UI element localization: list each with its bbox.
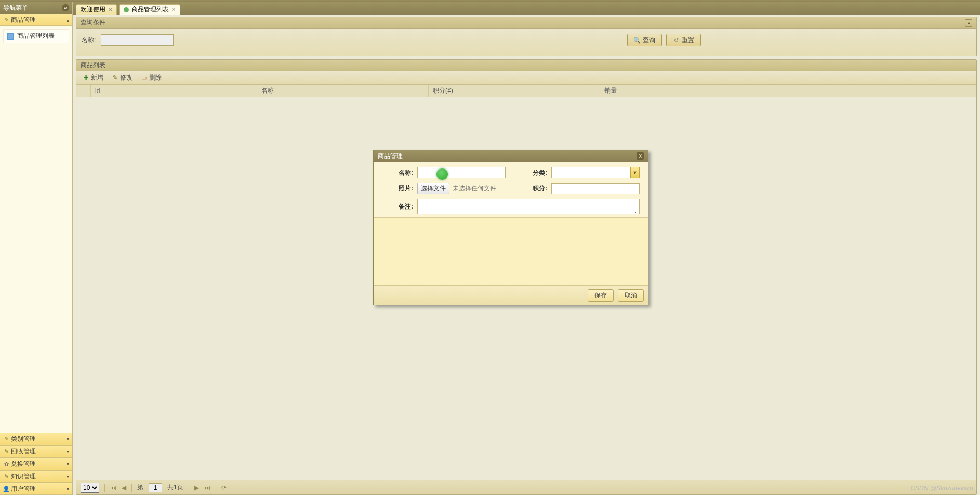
file-hint: 未选择任何文件 [453,184,496,193]
main-area: 欢迎使用 ✕ 商品管理列表 ✕ 查询条件 ▴ 名称: [73,2,980,495]
sidebar-section-label: 知识管理 [11,473,36,480]
sidebar-section-label: 商品管理 [11,16,36,23]
tab-product-list[interactable]: 商品管理列表 ✕ [119,4,180,15]
modal-save-label: 保存 [594,291,607,300]
chevron-down-icon: ▾ [67,486,69,492]
sidebar: 导航菜单 « ✎ 商品管理 ▴ 商品管理列表 ✎ [0,2,73,495]
modal-cancel-button[interactable]: 取消 [618,289,644,302]
sidebar-section-recycle[interactable]: ✎ 回收管理 ▾ [0,445,72,458]
tab-label: 欢迎使用 [81,5,105,14]
modal-category-combo[interactable]: ▼ [551,167,640,178]
tab-close-icon[interactable]: ✕ [108,7,112,12]
file-choose-button[interactable]: 选择文件 [417,183,449,194]
modal-file-picker: 选择文件 未选择任何文件 [417,183,506,194]
sidebar-title: 导航菜单 [3,4,28,12]
sidebar-section-label: 类别管理 [11,435,36,442]
modal-header[interactable]: 商品管理 ✕ [374,150,648,162]
sidebar-accordion: ✎ 商品管理 ▴ 商品管理列表 ✎ 类别管理 ▾ [0,14,72,495]
modal-title: 商品管理 [378,152,403,161]
gear-icon: ✿ [3,461,9,467]
modal-category-input[interactable] [551,167,630,178]
sidebar-section-category[interactable]: ✎ 类别管理 ▾ [0,433,72,445]
modal-cancel-label: 取消 [625,291,637,300]
combo-arrow-icon[interactable]: ▼ [630,167,640,178]
tab-bar: 欢迎使用 ✕ 商品管理列表 ✕ [73,2,980,15]
modal-category-label: 分类: [508,168,549,177]
modal-spacer [374,218,648,285]
modal-footer: 保存 取消 [374,285,648,305]
document-icon [7,33,14,40]
chevron-up-icon: ▴ [67,17,69,23]
modal-body: 名称: 分类: ▼ 照片: 选择文件 未选择任何文件 积分: [374,162,648,218]
modal-name-label: 名称: [379,168,415,177]
sidebar-section-label: 用户管理 [11,485,36,492]
modal-points-input[interactable] [551,183,640,194]
pencil-icon: ✎ [3,473,9,479]
sidebar-collapse-icon[interactable]: « [62,4,69,11]
sidebar-item-label: 商品管理列表 [17,32,55,41]
sidebar-item-product-list[interactable]: 商品管理列表 [3,29,69,43]
chevron-down-icon: ▾ [67,436,69,442]
sidebar-titlebar: 导航菜单 « [0,2,72,14]
product-modal: 商品管理 ✕ 名称: 分类: ▼ 照片: 选择文件 [373,150,648,305]
chevron-down-icon: ▾ [67,461,69,467]
chevron-down-icon: ▾ [67,474,69,479]
modal-name-input[interactable] [417,167,506,178]
modal-close-icon[interactable]: ✕ [637,152,644,160]
check-icon [124,7,129,12]
sidebar-section-body: 商品管理列表 [0,26,72,433]
tab-welcome[interactable]: 欢迎使用 ✕ [76,4,117,15]
sidebar-section-knowledge[interactable]: ✎ 知识管理 ▾ [0,470,72,483]
tab-close-icon[interactable]: ✕ [171,7,176,12]
user-icon: 👤 [3,486,9,492]
pencil-icon: ✎ [3,17,9,23]
modal-remark-input[interactable] [417,199,640,214]
modal-photo-label: 照片: [379,184,415,193]
chevron-down-icon: ▾ [67,449,69,454]
sidebar-section-products[interactable]: ✎ 商品管理 ▴ [0,14,72,26]
modal-remark-label: 备注: [379,202,415,211]
pencil-icon: ✎ [3,448,9,454]
watermark-text: CSDN @Simzudevwip. [910,485,975,492]
pencil-icon: ✎ [3,436,9,442]
modal-save-button[interactable]: 保存 [588,289,614,302]
modal-points-label: 积分: [508,184,549,193]
sidebar-section-label: 回收管理 [11,448,36,455]
sidebar-section-users[interactable]: 👤 用户管理 ▾ [0,483,72,495]
sidebar-section-label: 兑换管理 [11,460,36,467]
tab-label: 商品管理列表 [131,5,169,14]
sidebar-section-exchange[interactable]: ✿ 兑换管理 ▾ [0,458,72,470]
